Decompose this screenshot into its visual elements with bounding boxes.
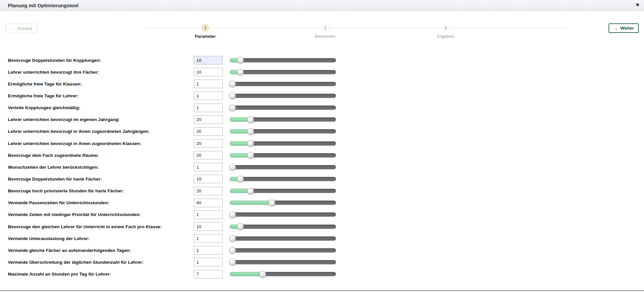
step-circle: 3 — [442, 24, 450, 32]
parameter-label: Vermeide Pausenzeiten für Unterrichtsstu… — [8, 200, 194, 205]
parameter-row: Maximale Anzahl an Stunden pro Tag für L… — [8, 268, 336, 280]
parameter-label: Ermögliche freie Tage für Lehrer: — [8, 93, 194, 98]
slider-track[interactable] — [230, 58, 336, 62]
parameter-label: Maximale Anzahl an Stunden pro Tag für L… — [8, 272, 194, 277]
parameter-label: Bevorzuge Doppelstunden für Kopplungen: — [8, 58, 194, 63]
slider-track[interactable] — [230, 129, 336, 134]
parameter-value-input[interactable] — [194, 163, 223, 171]
parameter-row: Vermeide Pausenzeiten für Unterrichtsstu… — [8, 197, 336, 209]
parameter-row: Ermögliche freie Tage für Lehrer: — [8, 90, 336, 102]
slider-thumb[interactable] — [247, 116, 254, 123]
right-arrow-icon: → — [613, 26, 618, 31]
slider-track[interactable] — [230, 236, 336, 241]
slider-thumb[interactable] — [237, 223, 244, 230]
parameter-value-input[interactable] — [194, 210, 223, 219]
slider-thumb[interactable] — [229, 211, 236, 218]
slider-thumb[interactable] — [247, 152, 254, 159]
slider-track[interactable] — [230, 165, 336, 169]
parameter-value-input[interactable] — [194, 270, 223, 279]
back-button[interactable]: ← Zurück — [6, 24, 37, 33]
parameter-row: Vermeide Unterauslastung der Lehrer: — [8, 232, 336, 244]
slider-track[interactable] — [230, 70, 336, 74]
step-berechnen: 2 Berechnen — [305, 24, 345, 39]
slider-thumb[interactable] — [229, 104, 236, 111]
parameters-list: Bevorzuge Doppelstunden für Kopplungen: … — [8, 54, 336, 280]
slider-track[interactable] — [230, 94, 336, 98]
slider-thumb[interactable] — [229, 247, 236, 254]
slider-thumb[interactable] — [229, 81, 236, 87]
slider-track[interactable] — [230, 201, 336, 205]
parameter-value-input[interactable] — [194, 234, 223, 243]
parameter-label: Vermeide Unterauslastung der Lehrer: — [8, 236, 194, 241]
parameter-row: Bevorzuge dem Fach zugeordnete Räume: — [8, 149, 336, 161]
step-label: Ergebnis — [426, 34, 465, 39]
slider-track[interactable] — [230, 153, 336, 158]
footer-divider — [0, 290, 644, 291]
slider-fill — [230, 201, 272, 205]
parameter-value-input[interactable] — [194, 199, 223, 207]
slider-thumb[interactable] — [268, 199, 275, 206]
parameter-label: Bevorzuge dem Fach zugeordnete Räume: — [8, 153, 194, 158]
slider-track[interactable] — [230, 260, 336, 264]
slider-thumb[interactable] — [237, 57, 244, 64]
parameter-value-input[interactable] — [194, 139, 223, 148]
slider-track[interactable] — [230, 117, 336, 122]
parameter-row: Lehrer unterrichten bevorzugt im eigenen… — [8, 114, 336, 126]
parameter-label: Bevorzuge hoch priorisierte Stunden für … — [8, 188, 194, 193]
parameter-value-input[interactable] — [194, 151, 223, 159]
parameter-row: Bevorzuge Doppelstunden für harte Fächer… — [8, 173, 336, 185]
window-titlebar: Planung mit Optimierungstool — [0, 0, 644, 11]
slider-thumb[interactable] — [259, 271, 266, 278]
parameter-value-input[interactable] — [194, 91, 223, 100]
parameter-value-input[interactable] — [194, 80, 223, 88]
slider-track[interactable] — [230, 177, 336, 181]
slider-track[interactable] — [230, 106, 336, 110]
parameter-row: Lehrer unterrichten bevorzugt in ihnen z… — [8, 137, 336, 149]
step-circle: 2 — [322, 24, 329, 32]
slider-track[interactable] — [230, 225, 336, 229]
slider-track[interactable] — [230, 212, 336, 217]
parameter-label: Vermeide Überschreitung der täglichen St… — [8, 260, 194, 265]
slider-thumb[interactable] — [229, 92, 236, 99]
step-label: Berechnen — [305, 34, 345, 39]
parameter-value-input[interactable] — [194, 222, 223, 231]
slider-thumb[interactable] — [247, 128, 254, 135]
parameter-value-input[interactable] — [194, 175, 223, 183]
parameter-value-input[interactable] — [194, 68, 223, 76]
step-label: Parameter — [186, 34, 225, 39]
slider-track[interactable] — [230, 82, 336, 86]
slider-thumb[interactable] — [247, 140, 254, 147]
parameter-value-input[interactable] — [194, 56, 223, 64]
parameter-row: Vermeide Zeiten mit niedriger Priorität … — [8, 209, 336, 221]
slider-track[interactable] — [230, 248, 336, 253]
slider-thumb[interactable] — [237, 69, 244, 76]
parameter-value-input[interactable] — [194, 258, 223, 266]
parameter-label: Vermeide Zeiten mit niedriger Priorität … — [8, 212, 194, 217]
slider-track[interactable] — [230, 141, 336, 146]
parameter-value-input[interactable] — [194, 104, 223, 112]
parameter-value-input[interactable] — [194, 187, 223, 195]
slider-thumb[interactable] — [229, 235, 236, 242]
step-ergebnis: 3 Ergebnis — [426, 24, 465, 39]
parameter-row: Bevorzuge den gleichen Lehrer für Unterr… — [8, 221, 336, 232]
parameter-label: Bevorzuge Doppelstunden für harte Fächer… — [8, 177, 194, 182]
parameter-row: Bevorzuge hoch priorisierte Stunden für … — [8, 185, 336, 197]
parameter-row: Vermeide gleiche Fächer an aufeinanderfo… — [8, 244, 336, 256]
slider-thumb[interactable] — [229, 164, 236, 171]
parameter-label: Vermeide gleiche Fächer an aufeinanderfo… — [8, 248, 194, 253]
parameter-label: Verteile Kopplungen gleichmäßig: — [8, 105, 194, 110]
slider-thumb[interactable] — [247, 187, 254, 194]
slider-thumb[interactable] — [229, 259, 236, 266]
parameter-row: Lehrer unterrichten bevorzugt ihre Fäche… — [8, 66, 336, 78]
back-button-label: Zurück — [17, 26, 32, 31]
parameter-label: Bevorzuge den gleichen Lehrer für Unterr… — [8, 224, 194, 229]
parameter-value-input[interactable] — [194, 127, 223, 136]
slider-thumb[interactable] — [237, 176, 244, 183]
parameter-value-input[interactable] — [194, 246, 223, 255]
next-button[interactable]: → Weiter — [609, 23, 639, 33]
slider-track[interactable] — [230, 189, 336, 193]
parameter-value-input[interactable] — [194, 115, 223, 124]
close-icon[interactable]: ✖ — [636, 2, 639, 8]
slider-track[interactable] — [230, 272, 336, 276]
parameter-label: Ermögliche freie Tage für Klassen: — [8, 82, 194, 86]
